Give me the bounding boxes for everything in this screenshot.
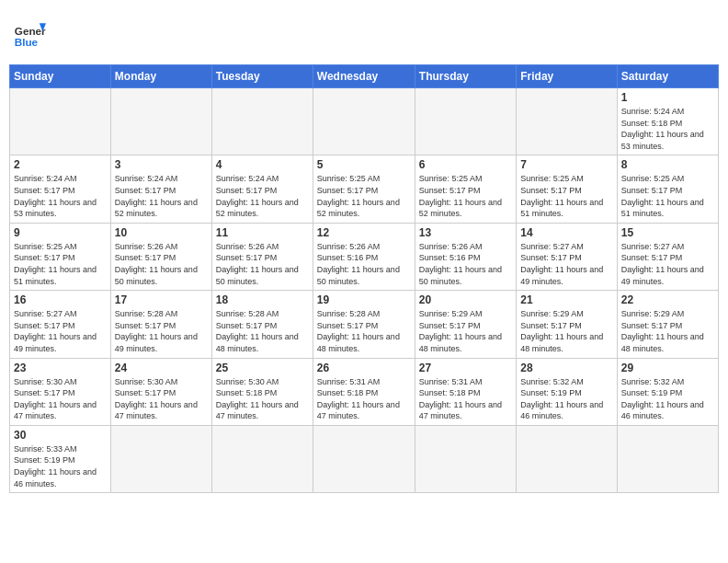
- svg-text:Blue: Blue: [15, 36, 39, 48]
- day-info: Sunrise: 5:30 AMSunset: 5:18 PMDaylight:…: [216, 376, 309, 422]
- calendar-cell: 2Sunrise: 5:24 AMSunset: 5:17 PMDaylight…: [10, 155, 111, 223]
- logo: General Blue: [13, 17, 46, 50]
- day-info: Sunrise: 5:30 AMSunset: 5:17 PMDaylight:…: [14, 376, 107, 422]
- calendar-cell: 30Sunrise: 5:33 AMSunset: 5:19 PMDayligh…: [10, 425, 111, 492]
- calendar-cell: [517, 425, 617, 492]
- calendar-cell: 13Sunrise: 5:26 AMSunset: 5:16 PMDayligh…: [415, 223, 516, 290]
- calendar-week-6: 30Sunrise: 5:33 AMSunset: 5:19 PMDayligh…: [10, 425, 719, 492]
- calendar-cell: 19Sunrise: 5:28 AMSunset: 5:17 PMDayligh…: [313, 291, 415, 358]
- day-number: 26: [317, 362, 411, 374]
- day-number: 15: [621, 226, 714, 239]
- day-number: 13: [419, 226, 512, 239]
- calendar-cell: 29Sunrise: 5:32 AMSunset: 5:19 PMDayligh…: [617, 358, 718, 425]
- calendar-cell: 24Sunrise: 5:30 AMSunset: 5:17 PMDayligh…: [110, 358, 211, 425]
- day-info: Sunrise: 5:25 AMSunset: 5:17 PMDaylight:…: [317, 173, 411, 219]
- day-number: 7: [520, 158, 612, 171]
- day-info: Sunrise: 5:26 AMSunset: 5:16 PMDaylight:…: [317, 241, 411, 287]
- day-number: 3: [115, 158, 208, 171]
- calendar-cell: [110, 88, 211, 155]
- calendar-cell: [517, 88, 617, 155]
- calendar-cell: 17Sunrise: 5:28 AMSunset: 5:17 PMDayligh…: [110, 291, 211, 358]
- calendar-cell: [313, 88, 415, 155]
- day-info: Sunrise: 5:24 AMSunset: 5:17 PMDaylight:…: [14, 173, 107, 219]
- day-number: 18: [216, 293, 309, 306]
- calendar-cell: 3Sunrise: 5:24 AMSunset: 5:17 PMDaylight…: [110, 155, 211, 223]
- day-info: Sunrise: 5:25 AMSunset: 5:17 PMDaylight:…: [14, 241, 107, 287]
- calendar-cell: 23Sunrise: 5:30 AMSunset: 5:17 PMDayligh…: [10, 358, 111, 425]
- calendar-cell: [415, 425, 516, 492]
- day-number: 16: [14, 293, 107, 306]
- day-info: Sunrise: 5:33 AMSunset: 5:19 PMDaylight:…: [14, 443, 107, 489]
- day-info: Sunrise: 5:27 AMSunset: 5:17 PMDaylight:…: [621, 241, 714, 287]
- day-number: 20: [419, 293, 512, 306]
- column-header-saturday: Saturday: [617, 65, 718, 88]
- day-info: Sunrise: 5:25 AMSunset: 5:17 PMDaylight:…: [621, 173, 714, 219]
- day-info: Sunrise: 5:29 AMSunset: 5:17 PMDaylight:…: [419, 308, 512, 354]
- day-number: 23: [14, 362, 107, 374]
- calendar: SundayMondayTuesdayWednesdayThursdayFrid…: [9, 64, 719, 493]
- day-info: Sunrise: 5:31 AMSunset: 5:18 PMDaylight:…: [419, 376, 512, 422]
- day-number: 19: [317, 293, 411, 306]
- calendar-cell: 14Sunrise: 5:27 AMSunset: 5:17 PMDayligh…: [517, 223, 617, 290]
- calendar-cell: [415, 88, 516, 155]
- day-number: 30: [14, 429, 107, 442]
- calendar-cell: 22Sunrise: 5:29 AMSunset: 5:17 PMDayligh…: [617, 291, 718, 358]
- calendar-cell: 26Sunrise: 5:31 AMSunset: 5:18 PMDayligh…: [313, 358, 415, 425]
- calendar-cell: 8Sunrise: 5:25 AMSunset: 5:17 PMDaylight…: [617, 155, 718, 223]
- day-info: Sunrise: 5:28 AMSunset: 5:17 PMDaylight:…: [317, 308, 411, 354]
- column-header-tuesday: Tuesday: [211, 65, 313, 88]
- day-info: Sunrise: 5:26 AMSunset: 5:17 PMDaylight:…: [216, 241, 309, 287]
- column-header-sunday: Sunday: [10, 65, 111, 88]
- logo-icon: General Blue: [13, 17, 46, 50]
- day-number: 25: [216, 362, 309, 374]
- day-number: 1: [621, 91, 714, 104]
- calendar-cell: 16Sunrise: 5:27 AMSunset: 5:17 PMDayligh…: [10, 291, 111, 358]
- calendar-week-2: 2Sunrise: 5:24 AMSunset: 5:17 PMDaylight…: [10, 155, 719, 223]
- day-number: 12: [317, 226, 411, 239]
- calendar-cell: 18Sunrise: 5:28 AMSunset: 5:17 PMDayligh…: [211, 291, 313, 358]
- day-info: Sunrise: 5:29 AMSunset: 5:17 PMDaylight:…: [621, 308, 714, 354]
- day-info: Sunrise: 5:27 AMSunset: 5:17 PMDaylight:…: [520, 241, 612, 287]
- calendar-cell: 1Sunrise: 5:24 AMSunset: 5:18 PMDaylight…: [617, 88, 718, 155]
- calendar-cell: 11Sunrise: 5:26 AMSunset: 5:17 PMDayligh…: [211, 223, 313, 290]
- day-number: 17: [115, 293, 208, 306]
- day-info: Sunrise: 5:25 AMSunset: 5:17 PMDaylight:…: [520, 173, 612, 219]
- day-number: 24: [115, 362, 208, 374]
- calendar-cell: [211, 88, 313, 155]
- day-number: 22: [621, 293, 714, 306]
- day-number: 2: [14, 158, 107, 171]
- day-number: 14: [520, 226, 612, 239]
- calendar-cell: 15Sunrise: 5:27 AMSunset: 5:17 PMDayligh…: [617, 223, 718, 290]
- header: General Blue: [9, 9, 719, 57]
- day-info: Sunrise: 5:28 AMSunset: 5:17 PMDaylight:…: [216, 308, 309, 354]
- day-info: Sunrise: 5:32 AMSunset: 5:19 PMDaylight:…: [621, 376, 714, 422]
- calendar-cell: [211, 425, 313, 492]
- calendar-cell: 10Sunrise: 5:26 AMSunset: 5:17 PMDayligh…: [110, 223, 211, 290]
- day-number: 29: [621, 362, 714, 374]
- day-info: Sunrise: 5:26 AMSunset: 5:17 PMDaylight:…: [115, 241, 208, 287]
- day-number: 27: [419, 362, 512, 374]
- day-number: 4: [216, 158, 309, 171]
- day-number: 28: [520, 362, 612, 374]
- calendar-cell: 7Sunrise: 5:25 AMSunset: 5:17 PMDaylight…: [517, 155, 617, 223]
- day-info: Sunrise: 5:27 AMSunset: 5:17 PMDaylight:…: [14, 308, 107, 354]
- day-number: 5: [317, 158, 411, 171]
- day-number: 6: [419, 158, 512, 171]
- day-info: Sunrise: 5:24 AMSunset: 5:17 PMDaylight:…: [115, 173, 208, 219]
- calendar-cell: 20Sunrise: 5:29 AMSunset: 5:17 PMDayligh…: [415, 291, 516, 358]
- day-info: Sunrise: 5:30 AMSunset: 5:17 PMDaylight:…: [115, 376, 208, 422]
- calendar-cell: [10, 88, 111, 155]
- day-info: Sunrise: 5:24 AMSunset: 5:18 PMDaylight:…: [621, 106, 714, 152]
- calendar-cell: 12Sunrise: 5:26 AMSunset: 5:16 PMDayligh…: [313, 223, 415, 290]
- calendar-cell: 21Sunrise: 5:29 AMSunset: 5:17 PMDayligh…: [517, 291, 617, 358]
- calendar-week-3: 9Sunrise: 5:25 AMSunset: 5:17 PMDaylight…: [10, 223, 719, 290]
- day-number: 8: [621, 158, 714, 171]
- day-info: Sunrise: 5:24 AMSunset: 5:17 PMDaylight:…: [216, 173, 309, 219]
- day-info: Sunrise: 5:25 AMSunset: 5:17 PMDaylight:…: [419, 173, 512, 219]
- calendar-week-1: 1Sunrise: 5:24 AMSunset: 5:18 PMDaylight…: [10, 88, 719, 155]
- calendar-cell: 25Sunrise: 5:30 AMSunset: 5:18 PMDayligh…: [211, 358, 313, 425]
- day-number: 21: [520, 293, 612, 306]
- day-info: Sunrise: 5:31 AMSunset: 5:18 PMDaylight:…: [317, 376, 411, 422]
- day-number: 10: [115, 226, 208, 239]
- calendar-cell: 6Sunrise: 5:25 AMSunset: 5:17 PMDaylight…: [415, 155, 516, 223]
